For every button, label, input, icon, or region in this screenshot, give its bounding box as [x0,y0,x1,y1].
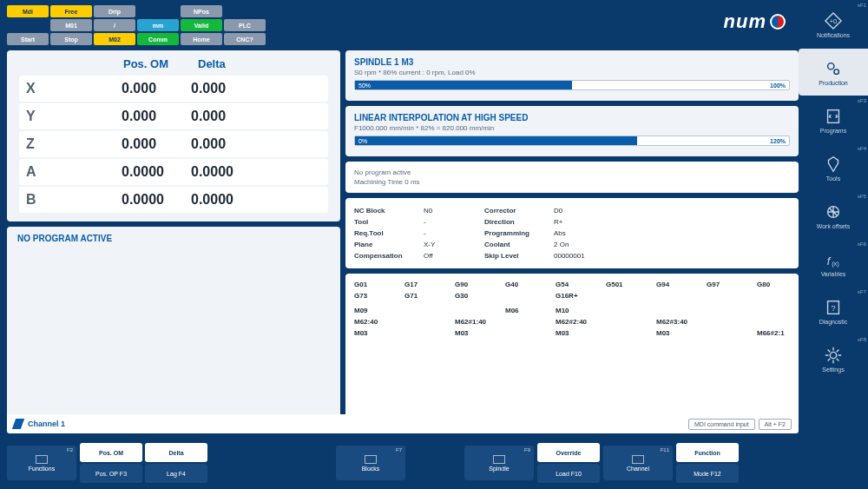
functions-button[interactable]: Functions F2 [7,446,76,480]
topbar-mm[interactable]: mm [137,19,179,31]
gcode-row: G01G17G90G40G54G501G94G97G80 [354,281,790,288]
topbar-empty [267,5,309,17]
gcode-cell: M09 [354,307,387,314]
posop-button[interactable]: Pos. OP F3 [80,464,142,483]
pos-row-z[interactable]: Z 0.000 0.000 [19,131,328,157]
sidenav-tools[interactable]: sF4 Tools [799,143,868,191]
sidenav-work-offsets[interactable]: sF5 Work offsets [799,191,868,239]
gcode-cell [757,307,790,314]
gcode-cell: M62#3:40 [656,318,689,326]
spindle-icon [493,455,505,464]
axis-label: X [26,81,87,96]
gcode-cell: M03 [455,329,488,337]
spindle-button[interactable]: Spindle F9 [464,446,534,480]
posom-button[interactable]: Pos. OM [80,443,142,462]
sidenav-production[interactable]: Production [799,48,868,96]
pos-row-y[interactable]: Y 0.000 0.000 [19,103,328,129]
interp-bar-fill: 0% [355,136,637,145]
topbar-npos[interactable]: NPos [181,5,222,17]
functions-icon [36,455,48,464]
interpolation-panel: LINEAR INTERPOLATION AT HIGH SPEED F1000… [345,106,799,156]
nc-label: Programming [484,228,554,239]
sidenav-label: Tools [826,175,840,182]
pos-row-a[interactable]: A 0.0000 0.0000 [19,159,328,185]
pos-row-b[interactable]: B 0.0000 0.0000 [19,187,328,213]
spindle-sub: S0 rpm * 86% current : 0 rpm, Load 0% [354,69,790,76]
topbar-free[interactable]: Free [50,5,92,17]
interp-bar[interactable]: 0% 120% [354,135,790,146]
topbar-comm[interactable]: Comm [137,33,179,45]
topbar-m02[interactable]: M02 [94,33,135,45]
noprog-line2: Machining Time 0 ms [354,178,790,186]
gcode-cell [505,292,538,300]
pos-delta-value: 0.000 [191,81,321,96]
pos-row-x[interactable]: X 0.000 0.000 [19,76,328,102]
gcode-cell [606,307,639,314]
gcode-cell: M10 [556,307,589,314]
nc-value: - [424,216,484,228]
gcode-cell: G30 [455,292,488,300]
channel-label[interactable]: Channel 1 [28,420,65,428]
spindle-panel: SPINDLE 1 M3 S0 rpm * 86% current : 0 rp… [345,50,799,101]
gcode-cell: M03 [656,329,689,337]
noprog-line1: No program active [354,169,790,176]
topbar-home[interactable]: Home [181,33,222,45]
gcode-cell: G90 [455,281,488,288]
axis-label: A [26,164,87,180]
nc-label: Compensation [354,250,424,261]
topbar-start[interactable]: Start [7,33,49,45]
gcode-cell: M62#2:40 [556,318,589,326]
sidenav-settings[interactable]: sF8 Settings [799,334,868,382]
topbar-stop[interactable]: Stop [50,33,92,45]
svg-point-10 [830,352,836,358]
topbar-/[interactable]: / [94,19,135,31]
topbar-mdi[interactable]: Mdi [7,5,49,17]
gcode-cell [505,318,538,326]
function-button[interactable]: Function [676,443,739,462]
topbar-cnc?[interactable]: CNC? [224,33,266,45]
sidenav-diagnostic[interactable]: sF7 ? Diagnostic [799,287,868,334]
gcode-cell: M62:40 [354,318,387,326]
sidenav-label: Settings [822,367,844,373]
channel-btn-icon [632,455,644,464]
nc-label: Plane [354,239,424,250]
pos-header-om: Pos. OM [89,57,198,70]
topbar-plc[interactable]: PLC [224,19,266,31]
gcode-cell [757,318,790,326]
gcode-cell [404,329,437,337]
mdi-input[interactable]: MDI command input [688,419,755,430]
spindle-bar-label: 100% [770,81,786,89]
topbar-empty [137,5,179,17]
gcode-cell: G80 [757,281,790,288]
pos-header-blank [19,57,89,70]
topbar-m01[interactable]: M01 [50,19,92,31]
blocks-button[interactable]: Blocks F7 [336,446,405,480]
sidenav-notifications[interactable]: sF1 +0 Notifications [799,0,868,48]
spindle-bar[interactable]: 50% 100% [354,80,790,90]
override-button[interactable]: Override [537,443,600,462]
topbar-empty [267,19,309,31]
sidenav-label: Production [819,80,847,86]
svg-text:?: ? [831,303,835,312]
sidenav-key: sF8 [858,337,866,342]
topbar-valid[interactable]: Valid [181,19,222,31]
mode-button[interactable]: Mode F12 [676,464,739,483]
sidenav-variables[interactable]: sF6 f(x) Variables [799,239,868,287]
pos-delta-value: 0.0000 [191,164,321,180]
gcode-cell [707,307,740,314]
gcode-row: M03M03M03M03M66#2:1 [354,329,790,337]
pos-om-value: 0.0000 [87,164,191,180]
sidenav-programs[interactable]: sF3 Programs [799,96,868,143]
load-button[interactable]: Load F10 [537,464,600,483]
pos-om-value: 0.000 [87,109,191,124]
gcode-cell: M03 [556,329,589,337]
bell-icon: +0 [824,11,843,30]
delta-button[interactable]: Delta [145,443,207,462]
channel-button[interactable]: Channel F11 [603,446,673,480]
gcode-cell: G17 [404,281,437,288]
topbar-drip[interactable]: Drip [94,5,135,17]
axis-label: Z [26,136,87,152]
lag-button[interactable]: Lag F4 [145,464,207,483]
gcode-cell [606,318,639,326]
channel-bar: Channel 1 MDI command input Alt + F2 [7,414,799,433]
